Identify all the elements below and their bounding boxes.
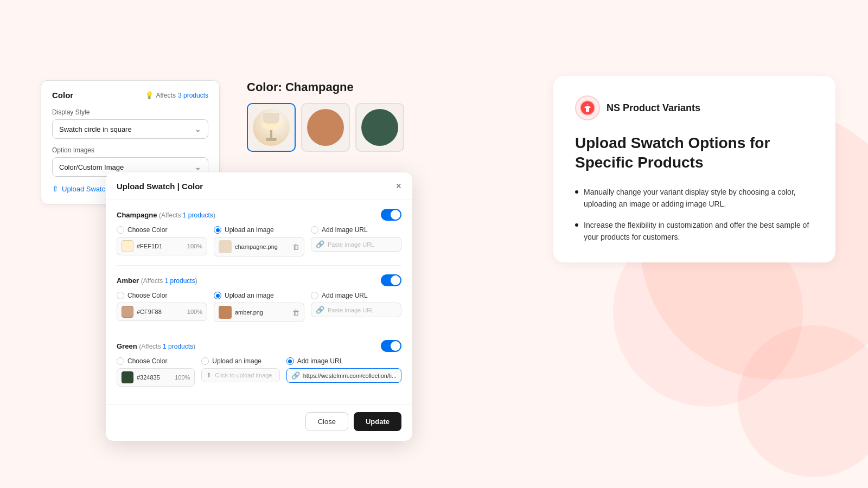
color-hex-amber: #CF9F88 [137,309,184,315]
display-style-value: Swatch circle in square [59,125,132,133]
lamp-shape [260,113,282,143]
marketing-heading: Upload Swatch Options for Specific Produ… [575,133,814,173]
option-group-color-green: Choose Color #324835 100% [117,357,195,387]
image-upload-champagne[interactable]: champagne.png 🗑 [214,237,304,256]
radio-color-amber[interactable] [117,292,124,299]
variant-options-green: Choose Color #324835 100% Upload an imag… [117,357,401,387]
affects-text-green: (Affects 1 products) [139,343,195,350]
modal-title: Upload Swatch | Color [117,182,203,191]
color-opacity-amber: 100% [187,309,202,315]
option-group-url-green: Add image URL 🔗 https://westelmm.com/col… [286,357,401,383]
delete-icon-amber[interactable]: 🗑 [292,309,299,317]
toggle-amber[interactable] [381,274,401,286]
variant-header-amber: Amber (Affects 1 products) [117,274,401,286]
variant-section-champagne: Champagne (Affects 1 products) Choose Co… [117,209,401,266]
affects-link-modal-amber[interactable]: 1 products [165,277,195,285]
affects-link[interactable]: 3 products [178,92,208,99]
upload-swatch-label: Upload Swatch [62,185,109,193]
radio-upload-green[interactable] [201,357,209,365]
swatch-circle-wrapper-green [356,104,403,151]
img-thumb-amber [219,306,232,319]
color-box-green [122,371,133,383]
lightbulb-icon: 💡 [145,91,154,99]
update-button[interactable]: Update [354,412,401,431]
radio-url-green[interactable] [286,357,294,365]
toggle-green[interactable] [381,340,401,352]
choose-color-radio-green[interactable]: Choose Color [117,357,195,365]
variant-name-green: Green (Affects 1 products) [117,342,195,350]
add-url-radio-champagne[interactable]: Add image URL [311,226,401,234]
affects-text-champagne: (Affects 1 products) [159,211,215,219]
close-button[interactable]: Close [305,412,348,431]
modal-close-button[interactable]: × [395,181,401,191]
link-icon-champagne: 🔗 [316,240,324,248]
upload-placeholder-green[interactable]: ⬆ Click to upload image [201,368,279,382]
brand-logo [575,95,600,120]
color-swatch-input-green[interactable]: #324835 100% [117,368,195,387]
option-group-color-amber: Choose Color #CF9F88 100% [117,292,207,321]
swatch-item-amber[interactable] [301,103,350,152]
link-icon-green: 🔗 [291,371,300,380]
affects-link-modal-green[interactable]: 1 products [163,343,193,350]
option-group-upload-champagne: Upload an image champagne.png 🗑 [214,226,304,256]
add-url-radio-green[interactable]: Add image URL [286,357,401,365]
swatch-circle-green [361,109,398,146]
color-box-amber [122,306,133,318]
upload-icon: ⇧ [52,184,59,193]
affects-link-modal-champagne[interactable]: 1 products [183,211,213,219]
swatch-circle-amber [307,109,344,146]
upload-swatch-modal: Upload Swatch | Color × Champagne (Affec… [106,172,412,441]
affects-text-amber: (Affects 1 products) [141,277,197,285]
url-input-green[interactable]: 🔗 https://westelmm.com/collection/li... [286,368,401,383]
variant-section-amber: Amber (Affects 1 products) Choose Color [117,274,401,331]
affects-badge: 💡 Affects 3 products [145,91,208,99]
radio-color-champagne[interactable] [117,226,124,234]
active-url-green: https://westelmm.com/collection/li... [303,373,397,379]
swatch-row [247,103,404,152]
image-upload-amber[interactable]: amber.png 🗑 [214,303,304,322]
color-hex-champagne: #FEF1D1 [137,243,184,249]
display-style-select[interactable]: Swatch circle in square ⌄ [52,119,208,139]
bullet-item-1: Manually change your variant display sty… [575,186,814,210]
lamp-foot [266,138,277,141]
option-images-label: Option Images [52,146,208,154]
color-swatch-input-champagne[interactable]: #FEF1D1 100% [117,237,207,255]
variant-name-amber: Amber (Affects 1 products) [117,277,197,285]
bullet-text-2: Increase the flexibility in customizatio… [584,219,814,243]
bullet-dot-2 [575,223,578,227]
radio-url-amber[interactable] [311,292,318,299]
swatch-item-green[interactable] [355,103,404,152]
url-input-amber[interactable]: 🔗 Paste image URL [311,303,401,317]
card-title: Color [52,91,73,100]
choose-color-radio-champagne[interactable]: Choose Color [117,226,207,234]
option-group-upload-amber: Upload an image amber.png 🗑 [214,292,304,322]
radio-upload-amber[interactable] [214,292,221,299]
brand-name: NS Product Variants [607,102,700,114]
option-group-upload-green: Upload an image ⬆ Click to upload image [201,357,279,382]
card-header: Color 💡 Affects 3 products [52,91,208,100]
affects-label: Affects [156,92,175,99]
upload-image-radio-champagne[interactable]: Upload an image [214,226,304,234]
modal-header: Upload Swatch | Color × [106,172,412,200]
url-placeholder-champagne: Paste image URL [328,241,397,248]
radio-upload-champagne[interactable] [214,226,221,234]
upload-placeholder-text: Click to upload image [215,372,272,378]
radio-color-green[interactable] [117,357,124,365]
upload-image-radio-amber[interactable]: Upload an image [214,292,304,299]
choose-color-radio-amber[interactable]: Choose Color [117,292,207,299]
toggle-champagne[interactable] [381,209,401,221]
lamp-base [270,130,272,138]
brand-logo-icon [580,100,595,115]
color-preview-title: Color: Champagne [247,80,404,94]
delete-icon-champagne[interactable]: 🗑 [292,243,299,251]
url-input-champagne[interactable]: 🔗 Paste image URL [311,237,401,252]
variant-options-champagne: Choose Color #FEF1D1 100% Upload an imag… [117,226,401,256]
color-swatch-input-amber[interactable]: #CF9F88 100% [117,303,207,321]
add-url-radio-amber[interactable]: Add image URL [311,292,401,299]
upload-image-radio-green[interactable]: Upload an image [201,357,279,365]
bullet-text-1: Manually change your variant display sty… [584,186,814,210]
color-box-champagne [122,240,133,252]
radio-url-champagne[interactable] [311,226,318,234]
swatch-item-champagne[interactable] [247,103,296,152]
img-filename-amber: amber.png [235,309,289,316]
